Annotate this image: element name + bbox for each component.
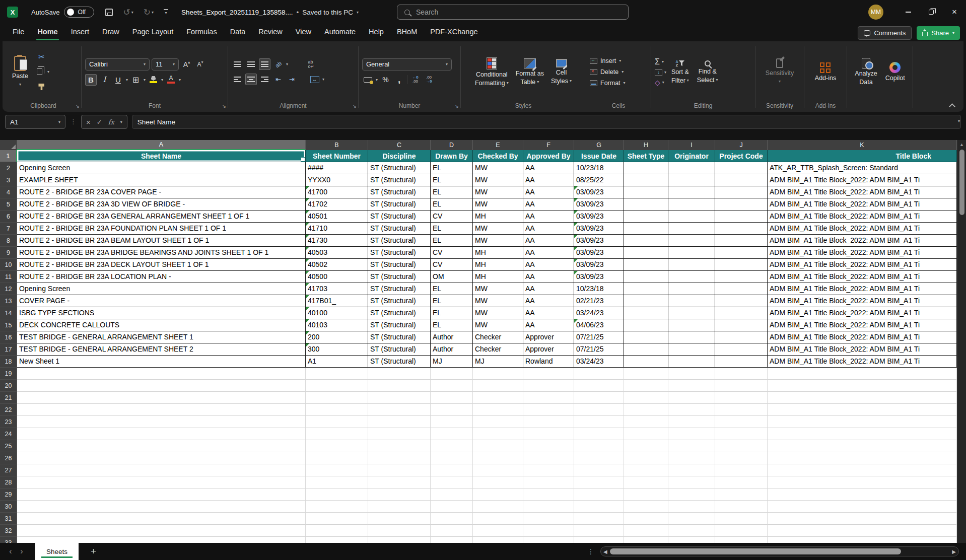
comments-button[interactable]: Comments <box>858 26 912 40</box>
cell-C31[interactable] <box>368 513 431 525</box>
horizontal-scrollbar-thumb[interactable] <box>610 548 901 554</box>
cell-B8[interactable]: 41730 <box>306 235 368 247</box>
ribbon-tab-draw[interactable]: Draw <box>96 24 126 41</box>
cell-D9[interactable]: CV <box>431 247 473 259</box>
cell-K2[interactable]: ATK_AR_TTB_Splash_Screen: Standard <box>768 162 957 174</box>
cell-J19[interactable] <box>715 368 768 380</box>
cell-D14[interactable]: EL <box>431 307 473 319</box>
ribbon-tab-help[interactable]: Help <box>362 24 390 41</box>
borders-chevron-icon[interactable]: ▾ <box>144 78 146 82</box>
cell-E27[interactable] <box>473 464 523 476</box>
cell-F8[interactable]: AA <box>523 235 574 247</box>
cell-F19[interactable] <box>523 368 574 380</box>
cell-G9[interactable]: 03/09/23 <box>574 247 624 259</box>
cell-J16[interactable] <box>715 331 768 343</box>
cell-A20[interactable] <box>17 380 306 392</box>
row-header-28[interactable]: 28 <box>0 476 17 488</box>
font-name-select[interactable]: Calibri▾ <box>85 58 150 71</box>
cell-I25[interactable] <box>668 440 715 452</box>
cell-I7[interactable] <box>668 223 715 235</box>
cell-E3[interactable]: MW <box>473 174 523 186</box>
row-header-1[interactable]: 1 <box>0 150 17 162</box>
cell-F6[interactable]: AA <box>523 211 574 223</box>
ribbon-tab-formulas[interactable]: Formulas <box>180 24 223 41</box>
cell-I4[interactable] <box>668 186 715 198</box>
ribbon-tab-data[interactable]: Data <box>224 24 252 41</box>
cell-D20[interactable] <box>431 380 473 392</box>
cell-I5[interactable] <box>668 198 715 211</box>
row-header-12[interactable]: 12 <box>0 283 17 295</box>
row-header-5[interactable]: 5 <box>0 198 17 211</box>
column-header-H[interactable]: H <box>624 140 668 150</box>
ribbon-tab-automate[interactable]: Automate <box>318 24 362 41</box>
grow-font-button[interactable]: A▴ <box>181 58 192 70</box>
cell-I31[interactable] <box>668 513 715 525</box>
cell-J8[interactable] <box>715 235 768 247</box>
cell-A21[interactable] <box>17 392 306 404</box>
cell-E25[interactable] <box>473 440 523 452</box>
cell-C4[interactable]: ST (Structural) <box>368 186 431 198</box>
row-header-21[interactable]: 21 <box>0 392 17 404</box>
cell-A22[interactable] <box>17 404 306 416</box>
cell-C21[interactable] <box>368 392 431 404</box>
column-header-D[interactable]: D <box>431 140 473 150</box>
cell-I1[interactable]: Originator <box>668 150 715 162</box>
cell-I32[interactable] <box>668 525 715 537</box>
cell-H26[interactable] <box>624 452 668 464</box>
cell-A14[interactable]: ISBG TYPE SECTIONS <box>17 307 306 319</box>
autosave-control[interactable]: AutoSave Off <box>31 7 94 18</box>
cell-F21[interactable] <box>523 392 574 404</box>
fill-button[interactable]: ↓▾ <box>655 69 666 76</box>
cell-C1[interactable]: Discipline <box>368 150 431 162</box>
decrease-indent-button[interactable]: ⇤ <box>272 74 284 85</box>
cell-I24[interactable] <box>668 428 715 440</box>
cell-B24[interactable] <box>306 428 368 440</box>
cell-A2[interactable]: Opening Screen <box>17 162 306 174</box>
cell-B20[interactable] <box>306 380 368 392</box>
restore-button[interactable] <box>920 0 943 24</box>
column-header-E[interactable]: E <box>473 140 523 150</box>
cell-G19[interactable] <box>574 368 624 380</box>
cut-icon[interactable]: ✂ <box>34 51 49 62</box>
cell-D25[interactable] <box>431 440 473 452</box>
cell-J18[interactable] <box>715 356 768 368</box>
cell-G30[interactable] <box>574 501 624 513</box>
add-ins-button[interactable]: Add-ins <box>812 61 839 83</box>
cell-C7[interactable]: ST (Structural) <box>368 223 431 235</box>
cell-A19[interactable] <box>17 368 306 380</box>
cell-K4[interactable]: ADM BIM_A1 Title Block_2022: ADM BIM_A1 … <box>768 186 957 198</box>
cell-B19[interactable] <box>306 368 368 380</box>
column-header-K[interactable]: K <box>768 140 957 150</box>
vertical-scrollbar[interactable]: ▲ <box>957 140 966 543</box>
collapse-ribbon-button[interactable] <box>950 103 954 108</box>
cell-B9[interactable]: 40503 <box>306 247 368 259</box>
cell-B15[interactable]: 40103 <box>306 319 368 331</box>
cell-C13[interactable]: ST (Structural) <box>368 295 431 307</box>
cell-F14[interactable]: AA <box>523 307 574 319</box>
insert-cells-button[interactable]: Insert▾ <box>590 57 621 64</box>
find-select-button[interactable]: Find & Select▾ <box>694 59 721 85</box>
font-color-button[interactable]: A <box>165 74 177 86</box>
cell-J21[interactable] <box>715 392 768 404</box>
cell-F27[interactable] <box>523 464 574 476</box>
column-header-F[interactable]: F <box>523 140 574 150</box>
cell-E18[interactable]: MJ <box>473 356 523 368</box>
cell-K32[interactable] <box>768 525 957 537</box>
cell-G16[interactable]: 07/21/25 <box>574 331 624 343</box>
cell-K25[interactable] <box>768 440 957 452</box>
clipboard-dialog-launcher-icon[interactable]: ↘ <box>76 103 80 109</box>
ribbon-tab-review[interactable]: Review <box>252 24 289 41</box>
row-header-30[interactable]: 30 <box>0 501 17 513</box>
autosum-button[interactable]: Σ▾ <box>655 57 666 66</box>
cell-D16[interactable]: Author <box>431 331 473 343</box>
cell-D15[interactable]: EL <box>431 319 473 331</box>
cell-I22[interactable] <box>668 404 715 416</box>
expand-formula-bar-icon[interactable]: ▾ <box>958 119 960 123</box>
cell-D28[interactable] <box>431 476 473 488</box>
row-header-17[interactable]: 17 <box>0 343 17 356</box>
cell-styles-button[interactable]: Cell Styles▾ <box>548 58 575 86</box>
cell-A18[interactable]: New Sheet 1 <box>17 356 306 368</box>
top-align-button[interactable] <box>232 58 243 70</box>
cell-B29[interactable] <box>306 488 368 501</box>
cell-D27[interactable] <box>431 464 473 476</box>
